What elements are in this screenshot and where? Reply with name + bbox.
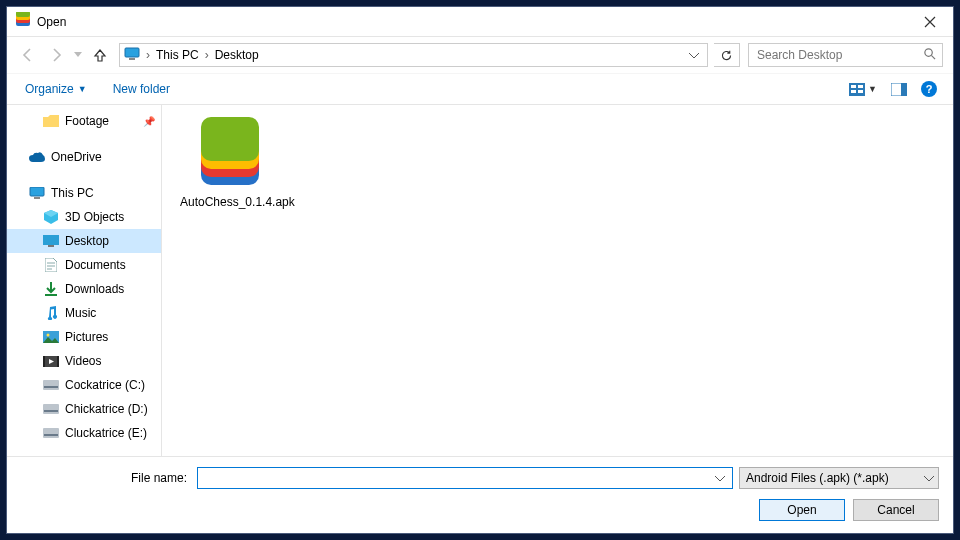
svg-point-6	[925, 49, 932, 56]
chevron-right-icon: ›	[203, 48, 211, 62]
sidebar-item-drive-e[interactable]: Cluckatrice (E:)	[7, 421, 161, 445]
filetype-filter[interactable]: Android Files (.apk) (*.apk)	[739, 467, 939, 489]
new-folder-button[interactable]: New folder	[107, 78, 176, 100]
refresh-button[interactable]	[714, 43, 740, 67]
close-button[interactable]	[907, 7, 953, 37]
desktop-icon	[43, 235, 59, 247]
video-icon	[43, 356, 59, 367]
filename-input[interactable]	[202, 470, 712, 486]
sidebar-item-3dobjects[interactable]: 3D Objects	[7, 205, 161, 229]
cloud-icon	[29, 152, 45, 163]
new-folder-label: New folder	[113, 82, 170, 96]
bluestacks-apk-icon	[185, 119, 275, 191]
file-pane[interactable]: AutoChess_0.1.4.apk	[162, 105, 953, 456]
sidebar-item-thispc[interactable]: This PC	[7, 181, 161, 205]
window-title: Open	[37, 15, 907, 29]
chevron-down-icon	[924, 471, 934, 485]
chevron-down-icon: ▼	[868, 84, 877, 94]
svg-rect-27	[43, 428, 59, 438]
sidebar-item-drive-d[interactable]: Chickatrice (D:)	[7, 397, 161, 421]
download-icon	[43, 282, 59, 296]
search-box[interactable]	[748, 43, 943, 67]
svg-rect-21	[43, 356, 45, 367]
search-icon	[923, 47, 936, 63]
filetype-label: Android Files (.apk) (*.apk)	[746, 471, 924, 485]
sidebar-item-documents[interactable]: Documents	[7, 253, 161, 277]
navigation-row: › This PC › Desktop	[7, 37, 953, 73]
pin-icon: 📌	[143, 116, 155, 127]
svg-rect-5	[129, 58, 135, 60]
drive-icon	[43, 380, 59, 390]
svg-rect-22	[57, 356, 59, 367]
help-icon: ?	[921, 81, 937, 97]
dialog-footer: File name: Android Files (.apk) (*.apk) …	[7, 456, 953, 533]
monitor-icon	[124, 47, 140, 64]
chevron-down-icon: ▼	[78, 84, 87, 94]
breadcrumb-desktop[interactable]: Desktop	[211, 44, 263, 66]
file-item-apk[interactable]: AutoChess_0.1.4.apk	[180, 119, 280, 209]
svg-rect-23	[43, 380, 59, 390]
help-button[interactable]: ?	[917, 78, 941, 100]
music-icon	[43, 306, 59, 320]
folder-icon	[43, 115, 59, 127]
drive-icon	[43, 428, 59, 438]
filename-label: File name:	[21, 471, 191, 485]
recent-dropdown-icon[interactable]	[71, 42, 85, 68]
forward-button[interactable]	[43, 42, 69, 68]
open-dialog: Open › This PC › Desktop	[6, 6, 954, 534]
sidebar-item-onedrive[interactable]: OneDrive	[7, 145, 161, 169]
search-input[interactable]	[755, 47, 923, 63]
chevron-right-icon: ›	[144, 48, 152, 62]
cancel-button[interactable]: Cancel	[853, 499, 939, 521]
address-bar[interactable]: › This PC › Desktop	[119, 43, 708, 67]
svg-rect-13	[901, 83, 907, 96]
organize-menu[interactable]: Organize ▼	[19, 78, 93, 100]
filename-combo[interactable]	[197, 467, 733, 489]
svg-rect-14	[30, 187, 44, 196]
svg-rect-15	[34, 197, 40, 199]
svg-rect-7	[849, 83, 865, 96]
breadcrumb-thispc[interactable]: This PC	[152, 44, 203, 66]
svg-rect-16	[43, 235, 59, 245]
picture-icon	[43, 331, 59, 343]
svg-rect-10	[851, 90, 856, 93]
navigation-sidebar[interactable]: Footage 📌 OneDrive This PC	[7, 105, 162, 456]
svg-rect-9	[858, 85, 863, 88]
toolbar: Organize ▼ New folder ▼ ?	[7, 73, 953, 105]
back-button[interactable]	[15, 42, 41, 68]
document-icon	[43, 258, 59, 272]
cube-icon	[43, 210, 59, 224]
monitor-icon	[29, 187, 45, 200]
preview-pane-button[interactable]	[887, 80, 911, 99]
svg-rect-26	[44, 410, 58, 412]
svg-rect-3	[16, 12, 30, 17]
svg-rect-11	[858, 90, 863, 93]
app-icon	[15, 12, 31, 31]
svg-rect-17	[48, 245, 54, 247]
svg-rect-25	[43, 404, 59, 414]
drive-icon	[43, 404, 59, 414]
titlebar: Open	[7, 7, 953, 37]
sidebar-item-videos[interactable]: Videos	[7, 349, 161, 373]
sidebar-item-footage[interactable]: Footage 📌	[7, 109, 161, 133]
up-button[interactable]	[87, 42, 113, 68]
svg-rect-4	[125, 48, 139, 57]
sidebar-item-desktop[interactable]: Desktop	[7, 229, 161, 253]
address-dropdown-icon[interactable]	[683, 48, 705, 62]
svg-rect-24	[44, 386, 58, 388]
open-button[interactable]: Open	[759, 499, 845, 521]
view-options-button[interactable]: ▼	[845, 80, 881, 99]
svg-rect-8	[851, 85, 856, 88]
organize-label: Organize	[25, 82, 74, 96]
file-label: AutoChess_0.1.4.apk	[180, 195, 280, 209]
sidebar-item-downloads[interactable]: Downloads	[7, 277, 161, 301]
chevron-down-icon[interactable]	[712, 471, 728, 485]
sidebar-item-music[interactable]: Music	[7, 301, 161, 325]
sidebar-item-drive-c[interactable]: Cockatrice (C:)	[7, 373, 161, 397]
sidebar-item-pictures[interactable]: Pictures	[7, 325, 161, 349]
svg-rect-28	[44, 434, 58, 436]
svg-point-19	[47, 334, 50, 337]
